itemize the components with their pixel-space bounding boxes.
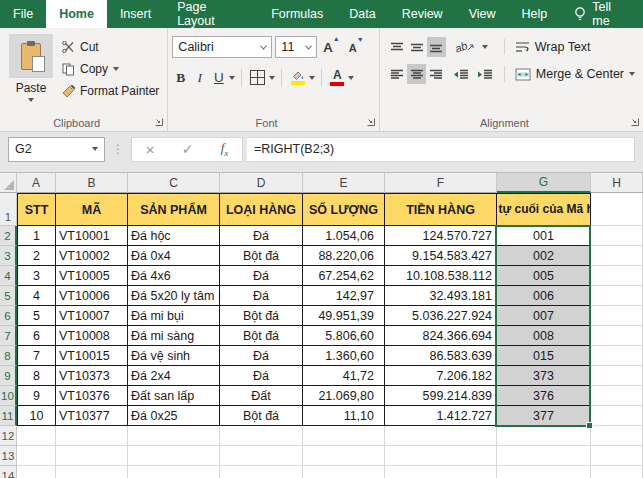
cell-empty[interactable] xyxy=(591,346,643,366)
cell-ma-cuoi[interactable]: 015 xyxy=(497,346,591,366)
cell-san-pham[interactable]: Đá 0x4 xyxy=(128,246,220,266)
row-header[interactable]: 12 xyxy=(0,426,17,446)
cell-empty[interactable] xyxy=(497,466,591,478)
cell-ma-cuoi[interactable]: 002 xyxy=(497,246,591,266)
fill-color-dropdown-icon[interactable] xyxy=(309,76,315,80)
cell-ma-cuoi[interactable]: 005 xyxy=(497,266,591,286)
cell-ma-cuoi[interactable]: 376 xyxy=(497,386,591,406)
header-cell-so-luong[interactable]: SỐ LƯỢNG xyxy=(303,193,385,226)
insert-function-icon[interactable]: fx xyxy=(221,140,229,158)
cell-ma-cuoi[interactable]: 373 xyxy=(497,366,591,386)
column-header-c[interactable]: C xyxy=(128,173,220,193)
tab-page-layout[interactable]: Page Layout xyxy=(164,0,258,28)
cell-tien-hang[interactable]: 86.583.639 xyxy=(385,346,497,366)
cell-empty[interactable] xyxy=(303,446,385,466)
cell-ma[interactable]: VT10006 xyxy=(56,286,128,306)
cell-ma[interactable]: VT10015 xyxy=(56,346,128,366)
cell-loai-hang[interactable]: Đá xyxy=(220,286,303,306)
borders-button[interactable] xyxy=(248,67,267,88)
increase-font-size-button[interactable]: A▲ xyxy=(320,40,342,55)
format-painter-button[interactable]: Format Painter xyxy=(58,80,163,102)
cell-empty[interactable] xyxy=(128,466,220,478)
italic-button[interactable]: I xyxy=(191,67,208,88)
font-dialog-launcher-icon[interactable] xyxy=(366,117,376,127)
row-header[interactable]: 8 xyxy=(0,346,17,366)
cell-empty[interactable] xyxy=(497,446,591,466)
cell-san-pham[interactable]: Đá mi sàng xyxy=(128,326,220,346)
header-cell-ma[interactable]: MÃ xyxy=(56,193,128,226)
cell-san-pham[interactable]: Đá 4x6 xyxy=(128,266,220,286)
cell-stt[interactable]: 2 xyxy=(17,246,56,266)
row-header[interactable]: 4 xyxy=(0,266,17,286)
cell-loai-hang[interactable]: Đá xyxy=(220,366,303,386)
align-right-button[interactable] xyxy=(427,64,446,84)
cell-ma[interactable]: VT10377 xyxy=(56,406,128,426)
cell-so-luong[interactable]: 21.069,80 xyxy=(303,386,385,406)
cell-empty[interactable] xyxy=(591,326,643,346)
cell-empty[interactable] xyxy=(303,466,385,478)
tab-home[interactable]: Home xyxy=(46,0,107,28)
cell-empty[interactable] xyxy=(385,446,497,466)
cell-san-pham[interactable]: Đá 5x20 ly tâm xyxy=(128,286,220,306)
cell-empty[interactable] xyxy=(303,426,385,446)
cell-ma-cuoi[interactable]: 006 xyxy=(497,286,591,306)
align-top-button[interactable] xyxy=(388,37,407,57)
orientation-button[interactable]: ab xyxy=(450,37,480,57)
cut-button[interactable]: Cut xyxy=(58,36,163,58)
cell-loai-hang[interactable]: Bột đá xyxy=(220,246,303,266)
tab-formulas[interactable]: Formulas xyxy=(258,0,336,28)
fill-handle[interactable] xyxy=(586,422,593,429)
formula-bar-splitter[interactable]: ⋮ xyxy=(112,142,124,156)
cell-so-luong[interactable]: 88.220,06 xyxy=(303,246,385,266)
align-center-button[interactable] xyxy=(407,64,426,84)
cell-ma-cuoi[interactable]: 001 xyxy=(497,226,591,246)
copy-dropdown-icon[interactable] xyxy=(113,67,119,71)
cell-tien-hang[interactable]: 124.570.727 xyxy=(385,226,497,246)
cell-so-luong[interactable]: 1.054,06 xyxy=(303,226,385,246)
tab-review[interactable]: Review xyxy=(389,0,456,28)
name-box[interactable]: G2 xyxy=(8,137,105,162)
cell-san-pham[interactable]: Đất san lấp xyxy=(128,386,220,406)
row-header[interactable]: 6 xyxy=(0,306,17,326)
formula-input[interactable]: =RIGHT(B2;3) xyxy=(247,137,635,162)
cell-so-luong[interactable]: 11,10 xyxy=(303,406,385,426)
cell-empty[interactable] xyxy=(128,446,220,466)
cell-ma[interactable]: VT10005 xyxy=(56,266,128,286)
cell-stt[interactable]: 7 xyxy=(17,346,56,366)
cell-empty[interactable] xyxy=(591,286,643,306)
cell-loai-hang[interactable]: Bột đá xyxy=(220,326,303,346)
cell-ma-cuoi[interactable]: 008 xyxy=(497,326,591,346)
tab-tell-me[interactable]: Tell me xyxy=(560,0,643,28)
cell-stt[interactable]: 8 xyxy=(17,366,56,386)
merge-center-button[interactable]: Merge & Center xyxy=(511,63,639,85)
cell-tien-hang[interactable]: 9.154.583.427 xyxy=(385,246,497,266)
cell-tien-hang[interactable]: 7.206.182 xyxy=(385,366,497,386)
align-bottom-button[interactable] xyxy=(427,37,446,57)
cell-empty[interactable] xyxy=(591,306,643,326)
cell-empty[interactable] xyxy=(56,426,128,446)
header-cell-tien-hang[interactable]: TIỀN HÀNG xyxy=(385,193,497,226)
cell-empty[interactable] xyxy=(497,426,591,446)
column-header-g[interactable]: G xyxy=(497,173,591,193)
tab-insert[interactable]: Insert xyxy=(107,0,164,28)
column-header-a[interactable]: A xyxy=(17,173,56,193)
name-box-dropdown-icon[interactable] xyxy=(92,147,98,151)
cell-empty[interactable] xyxy=(17,446,56,466)
cell-loai-hang[interactable]: Đá xyxy=(220,266,303,286)
cell-tien-hang[interactable]: 32.493.181 xyxy=(385,286,497,306)
tab-help[interactable]: Help xyxy=(509,0,561,28)
alignment-dialog-launcher-icon[interactable] xyxy=(630,117,640,127)
select-all-corner[interactable] xyxy=(0,173,17,193)
cell-stt[interactable]: 1 xyxy=(17,226,56,246)
cell-empty[interactable] xyxy=(56,466,128,478)
cell-san-pham[interactable]: Đá vệ sinh xyxy=(128,346,220,366)
cell-san-pham[interactable]: Đá mi bụi xyxy=(128,306,220,326)
paste-button[interactable]: Paste xyxy=(8,34,54,113)
cell-stt[interactable]: 5 xyxy=(17,306,56,326)
cell-empty[interactable] xyxy=(591,426,643,446)
column-header-b[interactable]: B xyxy=(56,173,128,193)
header-cell-san-pham[interactable]: SẢN PHẨM xyxy=(128,193,220,226)
cell-empty[interactable] xyxy=(220,466,303,478)
enter-icon[interactable]: ✓ xyxy=(182,141,194,157)
cell-empty[interactable] xyxy=(17,426,56,446)
